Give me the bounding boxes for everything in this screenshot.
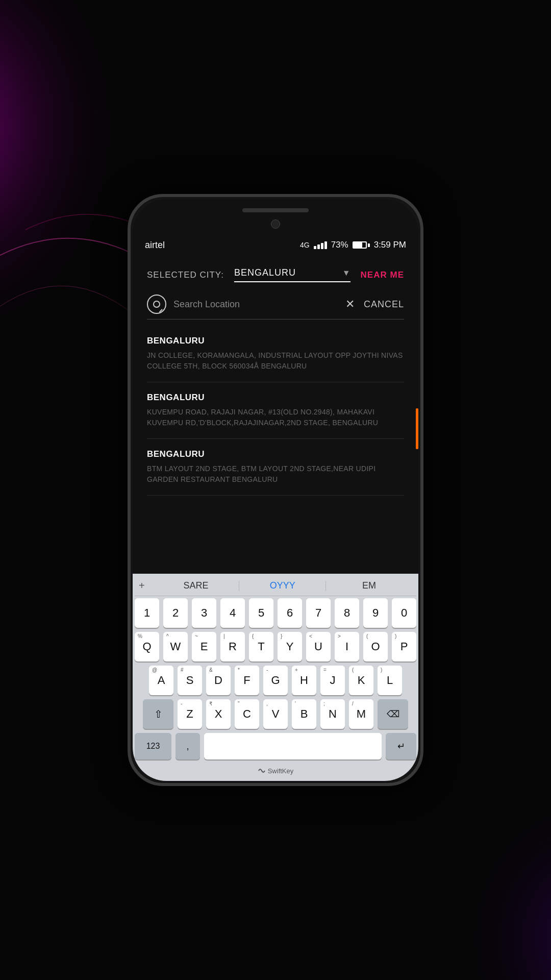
result-city-2: BENGALURU bbox=[147, 393, 404, 403]
carrier-label: airtel bbox=[145, 240, 165, 251]
suggestion-oyyy[interactable]: OYYY bbox=[239, 580, 325, 591]
result-item-1[interactable]: BENGALURU JN COLLEGE, KORAMANGALA, INDUS… bbox=[147, 326, 404, 382]
result-item-3[interactable]: BENGALURU BTM LAYOUT 2ND STAGE, BTM LAYO… bbox=[147, 439, 404, 496]
suggestion-plus[interactable]: + bbox=[139, 580, 145, 592]
keyboard-row-qwerty: %Q ^W ~E |R {T }Y <U >I (O )P bbox=[135, 632, 416, 662]
key-n[interactable]: ;N bbox=[320, 699, 345, 729]
city-selector[interactable]: BENGALURU ▼ bbox=[234, 267, 350, 282]
suggestion-em[interactable]: EM bbox=[326, 580, 412, 591]
keyboard-suggestions: + SARE OYYY EM bbox=[135, 578, 416, 596]
key-6[interactable]: 6 bbox=[278, 598, 302, 628]
results-list: BENGALURU JN COLLEGE, KORAMANGALA, INDUS… bbox=[133, 326, 418, 496]
key-j[interactable]: =J bbox=[320, 666, 345, 695]
key-t[interactable]: {T bbox=[249, 632, 273, 662]
key-b[interactable]: 'B bbox=[292, 699, 316, 729]
keyboard-row-asdf: @A #S &D *F -G +H =J (K )L bbox=[135, 666, 416, 695]
key-e[interactable]: ~E bbox=[192, 632, 216, 662]
key-enter[interactable]: ↵ bbox=[386, 733, 416, 760]
key-u[interactable]: <U bbox=[306, 632, 331, 662]
key-space[interactable] bbox=[204, 733, 382, 760]
clear-icon[interactable]: ✕ bbox=[345, 298, 355, 311]
key-123[interactable]: 123 bbox=[135, 733, 171, 760]
keyboard-bottom-row: 123 , ↵ bbox=[135, 733, 416, 760]
key-0[interactable]: 0 bbox=[392, 598, 416, 628]
key-i[interactable]: >I bbox=[335, 632, 359, 662]
result-address-1: JN COLLEGE, KORAMANGALA, INDUSTRIAL LAYO… bbox=[147, 350, 404, 372]
city-name: BENGALURU bbox=[234, 267, 338, 278]
battery-icon bbox=[353, 241, 370, 249]
key-k[interactable]: (K bbox=[349, 666, 373, 695]
search-bar[interactable]: Search Location ✕ CANCEL bbox=[147, 295, 404, 320]
key-7[interactable]: 7 bbox=[306, 598, 331, 628]
key-a[interactable]: @A bbox=[149, 666, 173, 695]
key-backspace[interactable]: ⌫ bbox=[378, 699, 408, 729]
cancel-button[interactable]: CANCEL bbox=[364, 299, 404, 310]
network-type: 4G bbox=[300, 241, 310, 249]
key-s[interactable]: #S bbox=[178, 666, 202, 695]
search-input[interactable]: Search Location bbox=[173, 299, 338, 310]
result-address-3: BTM LAYOUT 2ND STAGE, BTM LAYOUT 2ND STA… bbox=[147, 463, 404, 485]
key-f[interactable]: *F bbox=[235, 666, 259, 695]
key-shift[interactable]: ⇧ bbox=[143, 699, 173, 729]
phone-frame: airtel 4G 73% 3:59 PM bbox=[128, 194, 423, 786]
result-city-1: BENGALURU bbox=[147, 336, 404, 346]
status-right: 4G 73% 3:59 PM bbox=[300, 240, 406, 250]
search-icon bbox=[147, 295, 166, 314]
signal-icon bbox=[314, 241, 327, 249]
keyboard-row-numbers: 1 2 3 4 5 6 7 8 9 0 bbox=[135, 598, 416, 628]
speaker-bar bbox=[242, 208, 309, 212]
selected-city-label: SELECTED CITY: bbox=[147, 270, 224, 280]
key-v[interactable]: ,V bbox=[263, 699, 288, 729]
swiftkey-bar: SwiftKey bbox=[135, 764, 416, 779]
city-row: SELECTED CITY: BENGALURU ▼ NEAR ME bbox=[133, 255, 418, 286]
key-h[interactable]: +H bbox=[292, 666, 316, 695]
key-3[interactable]: 3 bbox=[192, 598, 216, 628]
time-label: 3:59 PM bbox=[374, 240, 406, 250]
key-d[interactable]: &D bbox=[206, 666, 231, 695]
suggestion-sare[interactable]: SARE bbox=[153, 580, 239, 591]
key-z[interactable]: -Z bbox=[178, 699, 202, 729]
key-r[interactable]: |R bbox=[220, 632, 245, 662]
key-x[interactable]: ₹X bbox=[206, 699, 231, 729]
key-1[interactable]: 1 bbox=[135, 598, 159, 628]
dropdown-arrow-icon[interactable]: ▼ bbox=[342, 268, 350, 278]
key-g[interactable]: -G bbox=[263, 666, 288, 695]
battery-percent: 73% bbox=[331, 240, 348, 250]
key-2[interactable]: 2 bbox=[163, 598, 188, 628]
key-q[interactable]: %Q bbox=[135, 632, 159, 662]
key-p[interactable]: )P bbox=[392, 632, 416, 662]
key-w[interactable]: ^W bbox=[163, 632, 188, 662]
app-content: SELECTED CITY: BENGALURU ▼ NEAR ME Searc… bbox=[133, 255, 418, 781]
swiftkey-logo: SwiftKey bbox=[258, 767, 294, 775]
key-8[interactable]: 8 bbox=[335, 598, 359, 628]
key-9[interactable]: 9 bbox=[363, 598, 388, 628]
near-me-button[interactable]: NEAR ME bbox=[361, 270, 404, 280]
result-item-2[interactable]: BENGALURU KUVEMPU ROAD, RAJAJI NAGAR, #1… bbox=[147, 382, 404, 439]
keyboard-row-zxcv: ⇧ -Z ₹X "C ,V 'B ;N /M ⌫ bbox=[135, 699, 416, 729]
result-address-2: KUVEMPU ROAD, RAJAJI NAGAR, #13(OLD NO.2… bbox=[147, 407, 404, 428]
key-4[interactable]: 4 bbox=[220, 598, 245, 628]
result-city-3: BENGALURU bbox=[147, 449, 404, 459]
scroll-indicator bbox=[416, 408, 418, 449]
key-comma[interactable]: , bbox=[176, 733, 200, 760]
key-c[interactable]: "C bbox=[235, 699, 259, 729]
front-camera bbox=[271, 219, 280, 229]
key-l[interactable]: )L bbox=[378, 666, 402, 695]
keyboard: + SARE OYYY EM 1 2 3 4 5 6 7 8 bbox=[133, 574, 418, 781]
status-bar: airtel 4G 73% 3:59 PM bbox=[133, 235, 418, 255]
key-5[interactable]: 5 bbox=[249, 598, 273, 628]
key-y[interactable]: }Y bbox=[278, 632, 302, 662]
key-o[interactable]: (O bbox=[363, 632, 388, 662]
key-m[interactable]: /M bbox=[349, 699, 373, 729]
